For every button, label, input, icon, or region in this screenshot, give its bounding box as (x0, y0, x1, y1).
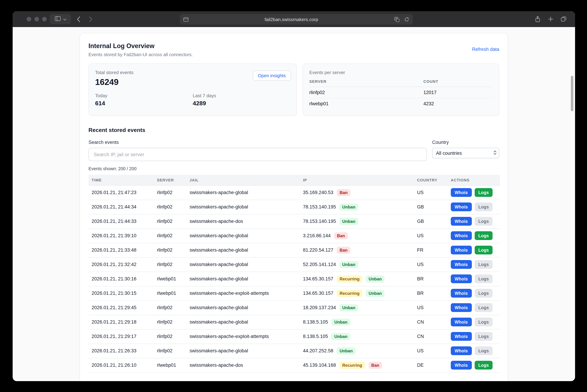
event-ip-cell: 134.65.30.157RecurringUnban (303, 286, 417, 300)
event-server-cell: rlinfp02 (157, 185, 190, 200)
minimize-button[interactable] (35, 17, 39, 22)
event-country-cell: BR (417, 272, 451, 286)
status-badge-unban: Unban (332, 318, 350, 326)
whois-button[interactable]: Whois (451, 274, 472, 283)
col-header-country: COUNTRY (417, 175, 451, 185)
event-country-cell: US (417, 344, 451, 358)
event-row: 2026.01.21, 21:30:15rlwebp01swissmakers-… (89, 286, 500, 300)
whois-button[interactable]: Whois (451, 332, 472, 341)
event-time-cell: 2026.01.21, 21:47:23 (89, 185, 157, 200)
desktop-background: fail2ban.swissmakers.corp (0, 0, 587, 392)
event-ip: 52.205.141.124 (303, 262, 336, 267)
status-badge-unban: Unban (337, 347, 356, 354)
new-tab-icon[interactable] (548, 16, 553, 22)
whois-button[interactable]: Whois (451, 246, 472, 254)
logs-button[interactable]: Logs (474, 332, 493, 341)
scrollbar-thumb[interactable] (571, 76, 573, 111)
logs-button[interactable]: Logs (474, 260, 493, 269)
event-ip: 45.139.104.168 (303, 362, 336, 368)
open-insights-button[interactable]: Open insights (253, 70, 291, 81)
event-time-cell: 2026.01.21, 21:39:10 (89, 228, 157, 243)
event-jail-cell: swissmakers-apache-global (190, 228, 303, 243)
logs-button[interactable]: Logs (474, 346, 493, 355)
event-time-cell: 2026.01.21, 21:26:33 (89, 344, 157, 358)
event-row: 2026.01.21, 21:26:10rlwebp01swissmakers-… (89, 358, 500, 372)
events-per-server-title: Events per server (309, 70, 492, 75)
event-jail-cell: swissmakers-apache-global (190, 243, 303, 257)
whois-button[interactable]: Whois (451, 217, 472, 226)
back-button[interactable] (77, 16, 80, 22)
chevron-down-icon (63, 16, 66, 22)
address-bar[interactable]: fail2ban.swissmakers.corp (180, 14, 413, 24)
whois-button[interactable]: Whois (451, 260, 472, 269)
share-icon[interactable] (535, 16, 541, 22)
total-events-card: Total stored events 16249 Open insights … (89, 64, 297, 116)
col-header-actions: ACTIONS (451, 175, 500, 185)
event-ip: 78.153.140.195 (303, 204, 336, 210)
event-time-cell: 2026.01.21, 21:29:17 (89, 329, 157, 344)
status-badge-ban: Ban (337, 189, 350, 196)
event-server-cell: rlwebp01 (157, 358, 190, 372)
logs-button[interactable]: Logs (474, 188, 493, 197)
events-table-header-row: TIME SERVER JAIL IP COUNTRY ACTIONS (89, 175, 500, 185)
zoom-button[interactable] (42, 17, 47, 22)
whois-button[interactable]: Whois (451, 231, 472, 240)
sidebar-toggle-button[interactable] (50, 14, 71, 24)
event-ip: 3.216.86.144 (303, 233, 331, 238)
event-server-cell: rlinfp02 (157, 329, 190, 344)
whois-button[interactable]: Whois (451, 361, 472, 370)
event-jail-cell: swissmakers-apache-dos (190, 358, 303, 372)
logs-button[interactable]: Logs (474, 231, 493, 240)
event-actions-cell: WhoisLogs (451, 300, 500, 315)
event-actions-cell: WhoisLogs (451, 257, 500, 272)
event-jail-cell: swissmakers-apache-exploit-attempts (190, 286, 303, 300)
logs-button[interactable]: Logs (474, 303, 493, 312)
logs-button[interactable]: Logs (474, 361, 493, 370)
event-ip: 8.138.5.105 (303, 334, 328, 339)
event-ip-cell: 78.153.140.195Unban (303, 200, 417, 214)
event-time-cell: 2026.01.21, 21:44:34 (89, 200, 157, 214)
whois-button[interactable]: Whois (451, 318, 472, 326)
event-ip-cell: 78.153.140.195Unban (303, 214, 417, 228)
translate-icon[interactable] (394, 17, 399, 22)
event-jail-cell: swissmakers-apache-global (190, 257, 303, 272)
logs-button[interactable]: Logs (474, 217, 493, 226)
server-count-row: rlwebp01 4232 (309, 98, 492, 109)
logs-button[interactable]: Logs (474, 274, 493, 283)
status-badge-unban: Unban (366, 275, 385, 282)
event-ip: 18.209.137.234 (303, 305, 336, 310)
event-row: 2026.01.21, 21:44:34rlinfp02swissmakers-… (89, 200, 500, 214)
logs-button[interactable]: Logs (474, 318, 493, 326)
status-badge-unban: Unban (339, 304, 358, 311)
whois-button[interactable]: Whois (451, 346, 472, 355)
event-ip-cell: 8.138.5.105Unban (303, 329, 417, 344)
event-actions-cell: WhoisLogs (451, 272, 500, 286)
event-server-cell: rlinfp02 (157, 315, 190, 329)
refresh-data-link[interactable]: Refresh data (472, 47, 499, 52)
whois-button[interactable]: Whois (451, 303, 472, 312)
reload-icon[interactable] (404, 17, 409, 22)
whois-button[interactable]: Whois (451, 202, 472, 211)
logs-button[interactable]: Logs (474, 289, 493, 298)
whois-button[interactable]: Whois (451, 289, 472, 298)
col-header-server: SERVER (157, 175, 190, 185)
tab-overview-icon[interactable] (561, 16, 567, 22)
event-row: 2026.01.21, 21:29:45rlinfp02swissmakers-… (89, 300, 500, 315)
page-subtitle: Events stored by Fail2ban-UI across all … (89, 52, 193, 57)
logs-button[interactable]: Logs (474, 202, 493, 211)
status-badge-ban: Ban (337, 246, 350, 254)
logs-button[interactable]: Logs (474, 246, 493, 254)
browser-window: fail2ban.swissmakers.corp (13, 11, 575, 381)
page-icon (183, 17, 189, 22)
event-server-cell: rlinfp02 (157, 300, 190, 315)
week-label: Last 7 days (193, 93, 290, 98)
search-input[interactable] (89, 148, 427, 161)
event-time-cell: 2026.01.21, 21:32:42 (89, 257, 157, 272)
country-select[interactable]: All countries (432, 148, 499, 158)
event-jail-cell: swissmakers-apache-exploit-attempts (190, 329, 303, 344)
close-button[interactable] (27, 17, 31, 22)
event-ip-cell: 18.209.137.234Unban (303, 300, 417, 315)
event-time-cell: 2026.01.21, 21:29:45 (89, 300, 157, 315)
forward-button[interactable] (89, 16, 93, 22)
whois-button[interactable]: Whois (451, 188, 472, 197)
